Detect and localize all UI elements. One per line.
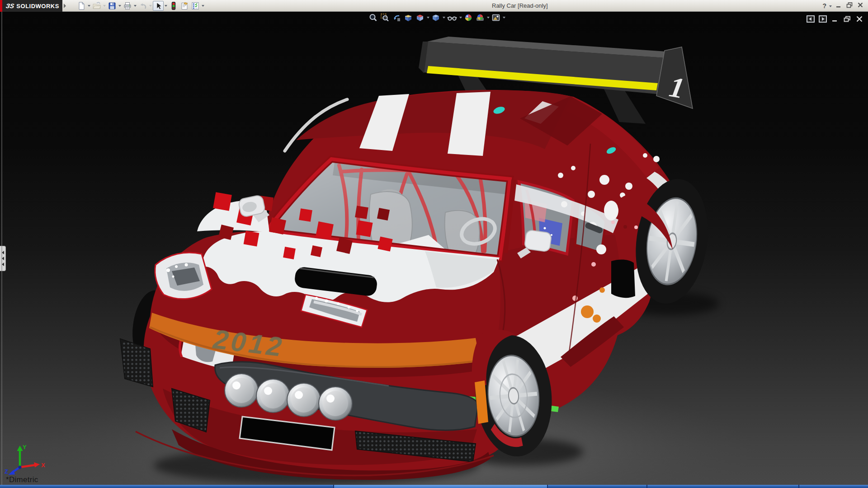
- brand-name: SOLIDWORKS: [16, 3, 59, 9]
- file-properties-button[interactable]: [179, 1, 190, 11]
- undo-button[interactable]: [137, 1, 148, 11]
- solidworks-window: ЗS SOLIDWORKS: [0, 0, 868, 488]
- view-orientation-dropdown[interactable]: [426, 17, 430, 19]
- print-icon: [123, 1, 132, 10]
- car-3d-model[interactable]: 1: [0, 12, 868, 485]
- reference-triad: Y X Z: [3, 444, 48, 479]
- brand-mark: ЗS: [5, 2, 15, 9]
- zoom-to-area-icon: [380, 13, 389, 22]
- print-dropdown[interactable]: [133, 1, 137, 11]
- open-button[interactable]: [91, 1, 102, 11]
- triad-z-label: Z: [5, 468, 8, 475]
- options-icon: [191, 1, 200, 10]
- apply-scene-icon: [476, 13, 485, 22]
- headsup-view-toolbar: [367, 13, 506, 23]
- zoom-to-fit-button[interactable]: [367, 13, 379, 23]
- save-icon: [108, 1, 117, 10]
- triad-x-label: X: [41, 462, 45, 469]
- pane-previous-button[interactable]: [807, 15, 815, 24]
- doc-minimize-button[interactable]: [831, 15, 839, 24]
- hide-show-items-button[interactable]: [446, 13, 458, 23]
- view-settings-button[interactable]: [490, 13, 502, 23]
- hide-show-items-dropdown[interactable]: [458, 17, 462, 19]
- feature-manager-flyout-tab[interactable]: [0, 246, 6, 271]
- print-button[interactable]: [122, 1, 133, 11]
- minimize-icon: [835, 1, 843, 9]
- doc-restore-icon: [843, 15, 851, 23]
- apply-scene-button[interactable]: [474, 13, 486, 23]
- restore-icon: [845, 1, 854, 9]
- close-icon: [856, 1, 864, 9]
- previous-view-icon: [392, 13, 401, 22]
- app-logo: ЗS SOLIDWORKS: [2, 0, 62, 12]
- taskbar-divider: [646, 485, 647, 488]
- file-properties-icon: [180, 1, 189, 10]
- help-dropdown[interactable]: [829, 5, 832, 7]
- save-dropdown[interactable]: [118, 1, 122, 11]
- doc-close-button[interactable]: [855, 15, 863, 24]
- undo-icon: [138, 1, 147, 10]
- taskbar-divider: [798, 485, 799, 488]
- options-button[interactable]: [190, 1, 201, 11]
- taskbar-divider: [547, 485, 548, 488]
- view-orientation-label: *Dimetric: [6, 475, 38, 484]
- document-window-controls: [807, 15, 863, 24]
- zoom-to-area-button[interactable]: [379, 13, 391, 23]
- display-style-icon: [431, 13, 440, 22]
- previous-view-button[interactable]: [391, 13, 402, 23]
- select-dropdown[interactable]: [164, 1, 168, 11]
- document-title: Rally Car [Read-only]: [492, 2, 548, 9]
- new-document-dropdown[interactable]: [87, 1, 91, 11]
- new-document-icon: [77, 1, 86, 10]
- menu-flyout-arrow-icon[interactable]: [64, 4, 66, 8]
- title-bar: ЗS SOLIDWORKS: [0, 0, 868, 12]
- options-dropdown[interactable]: [201, 1, 205, 11]
- view-settings-dropdown[interactable]: [502, 17, 506, 19]
- display-style-button[interactable]: [430, 13, 442, 23]
- section-view-icon: [404, 13, 413, 22]
- hide-show-items-icon: [447, 13, 457, 22]
- taskbar-segment: [333, 485, 547, 488]
- section-view-button[interactable]: [402, 13, 414, 23]
- taskbar-edge[interactable]: [0, 485, 868, 488]
- save-button[interactable]: [107, 1, 118, 11]
- open-dropdown[interactable]: [102, 1, 107, 11]
- select-button[interactable]: [153, 1, 164, 11]
- traffic-light-icon: [169, 1, 178, 10]
- view-orientation-button[interactable]: [414, 13, 426, 23]
- restore-button[interactable]: [845, 1, 854, 11]
- apply-scene-dropdown[interactable]: [486, 17, 490, 19]
- edit-appearance-button[interactable]: [462, 13, 474, 23]
- select-cursor-icon: [154, 2, 162, 10]
- triad-y-label: Y: [23, 444, 27, 450]
- pane-next-button[interactable]: [819, 15, 827, 24]
- window-frame-edge: [1, 12, 2, 485]
- new-document-button[interactable]: [76, 1, 87, 11]
- doc-restore-button[interactable]: [843, 15, 851, 24]
- rebuild-button[interactable]: [168, 1, 179, 11]
- view-orientation-icon: [415, 13, 425, 22]
- minimize-button[interactable]: [835, 1, 843, 11]
- help-button[interactable]: ?: [822, 2, 826, 9]
- undo-dropdown[interactable]: [148, 1, 153, 11]
- pane-previous-icon: [807, 15, 815, 23]
- main-toolbar: [76, 1, 205, 11]
- open-folder-icon: [92, 1, 101, 10]
- pane-next-icon: [819, 15, 827, 23]
- edit-appearance-icon: [464, 13, 473, 22]
- zoom-to-fit-icon: [368, 13, 377, 22]
- doc-close-icon: [855, 15, 863, 23]
- graphics-viewport[interactable]: 1: [0, 12, 868, 485]
- doc-minimize-icon: [831, 15, 839, 23]
- view-settings-icon: [491, 13, 500, 22]
- left-headlight: [155, 253, 212, 299]
- close-button[interactable]: [856, 1, 864, 11]
- window-controls: ?: [822, 1, 864, 11]
- display-style-dropdown[interactable]: [442, 17, 446, 19]
- taskbar-divider: [333, 485, 334, 488]
